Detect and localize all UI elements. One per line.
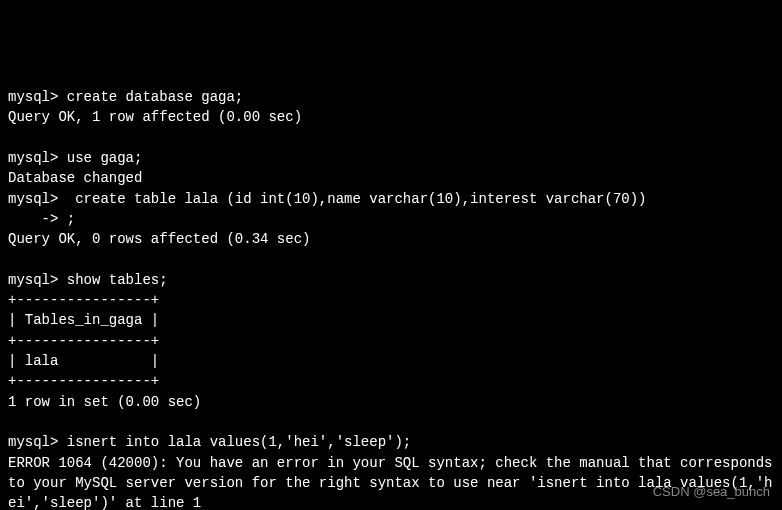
- terminal-command-line: mysql> use gaga;: [8, 148, 774, 168]
- terminal-output-line: Database changed: [8, 168, 774, 188]
- terminal-blank-line: [8, 412, 774, 432]
- terminal-command-line: mysql> show tables;: [8, 270, 774, 290]
- terminal-command-line: mysql> create table lala (id int(10),nam…: [8, 189, 774, 209]
- terminal-output-line: | Tables_in_gaga |: [8, 310, 774, 330]
- terminal-output-line: | lala |: [8, 351, 774, 371]
- watermark: CSDN @sea_bunch: [653, 483, 770, 502]
- terminal-output-line: +----------------+: [8, 371, 774, 391]
- terminal-command-line: mysql> create database gaga;: [8, 87, 774, 107]
- terminal-output-line: Query OK, 0 rows affected (0.34 sec): [8, 229, 774, 249]
- terminal-output-line: +----------------+: [8, 290, 774, 310]
- terminal-blank-line: [8, 250, 774, 270]
- terminal-output-line: +----------------+: [8, 331, 774, 351]
- terminal-output[interactable]: mysql> create database gaga;Query OK, 1 …: [8, 87, 774, 510]
- terminal-blank-line: [8, 128, 774, 148]
- terminal-command-line: -> ;: [8, 209, 774, 229]
- terminal-output-line: Query OK, 1 row affected (0.00 sec): [8, 107, 774, 127]
- terminal-output-line: 1 row in set (0.00 sec): [8, 392, 774, 412]
- terminal-command-line: mysql> isnert into lala values(1,'hei','…: [8, 432, 774, 452]
